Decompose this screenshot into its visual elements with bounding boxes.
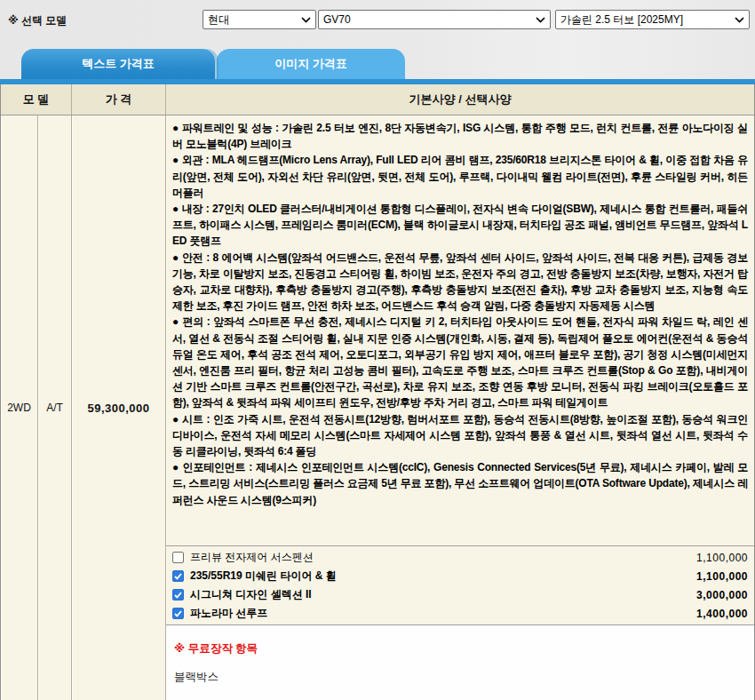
brand-select[interactable]: 현대 <box>203 10 316 29</box>
spec-text: ● 파워트레인 및 성능 : 가솔린 2.5 터보 엔진, 8단 자동변속기, … <box>166 115 754 545</box>
spec-bullet-seats: ● 시트 : 인조 가죽 시트, 운전석 전동시트(12방향, 럼버서포트 포함… <box>172 411 748 460</box>
transmission-cell: A/T <box>38 115 72 700</box>
chevron-down-icon <box>735 17 744 23</box>
drivetrain-cell: 2WD <box>1 115 38 700</box>
model-select-value: GV70 <box>323 13 532 26</box>
option-checkbox[interactable] <box>172 608 184 619</box>
option-label: 파노라마 선루프 <box>190 606 696 621</box>
tab-image-pricelist[interactable]: 이미지 가격표 <box>217 49 405 79</box>
option-row-panorama-sunroof[interactable]: 파노라마 선루프 1,400,000 <box>166 604 754 623</box>
chevron-down-icon <box>301 17 311 23</box>
free-items-title: ※ 무료장작 항목 <box>174 641 746 656</box>
chevron-down-icon <box>536 17 545 23</box>
trim-select[interactable]: 가솔린 2.5 터보 [2025MY] <box>555 10 750 29</box>
column-header-price: 가 격 <box>72 84 166 115</box>
trim-select-value: 가솔린 2.5 터보 [2025MY] <box>560 12 731 28</box>
brand-select-value: 현대 <box>208 12 298 28</box>
price-table: 모 델 가 격 기본사양 / 선택사양 2WD A/T 59,300,000 ●… <box>0 84 755 700</box>
spec-bullet-exterior: ● 외관 : MLA 헤드램프(Micro Lens Array), Full … <box>172 152 748 201</box>
tab-text-pricelist[interactable]: 텍스트 가격표 <box>21 49 215 79</box>
option-row-michelin-wheel[interactable]: 235/55R19 미쉐린 타이어 & 휠 1,100,000 <box>166 567 754 585</box>
table-header-row: 모 델 가 격 기본사양 / 선택사양 <box>1 84 754 115</box>
options-list: 프리뷰 전자제어 서스펜션 1,100,000 235/55R19 미쉐린 타이… <box>166 545 754 624</box>
model-select[interactable]: GV70 <box>318 10 551 29</box>
model-selector-label: ※ 선택 모델 <box>8 13 67 28</box>
option-price: 3,000,000 <box>696 589 748 601</box>
option-label: 프리뷰 전자제어 서스펜션 <box>190 550 696 565</box>
spec-bullet-convenience: ● 편의 : 앞좌석 스마트폰 무선 충전, 제네시스 디지털 키 2, 터치타… <box>172 314 748 410</box>
spec-bullet-safety: ● 안전 : 8 에어백 시스템(앞좌석 어드밴스드, 운전석 무릎, 앞좌석 … <box>172 250 748 314</box>
option-price: 1,100,000 <box>696 570 748 583</box>
option-row-signature-design[interactable]: 시그니쳐 디자인 셀렉션 II 3,000,000 <box>166 585 754 604</box>
column-header-spec: 기본사양 / 선택사양 <box>166 84 754 115</box>
pricelist-tabs: 텍스트 가격표 이미지 가격표 <box>0 49 755 79</box>
spec-cell: ● 파워트레인 및 성능 : 가솔린 2.5 터보 엔진, 8단 자동변속기, … <box>166 115 754 700</box>
option-checkbox[interactable] <box>172 570 184 582</box>
column-header-model: 모 델 <box>1 84 72 115</box>
option-label: 시그니쳐 디자인 셀렉션 II <box>190 587 696 602</box>
option-label: 235/55R19 미쉐린 타이어 & 휠 <box>190 569 696 584</box>
price-cell: 59,300,000 <box>72 115 166 700</box>
table-row: 2WD A/T 59,300,000 ● 파워트레인 및 성능 : 가솔린 2.… <box>1 115 754 700</box>
option-checkbox[interactable] <box>172 589 184 601</box>
spec-bullet-interior: ● 내장 : 27인치 OLED 클러스터/내비게이션 통합형 디스플레이, 전… <box>172 201 748 250</box>
model-selector-bar: ※ 선택 모델 현대 GV70 가솔린 2.5 터보 [2025MY] 텍스트 … <box>0 0 755 79</box>
option-price: 1,400,000 <box>696 608 748 620</box>
free-item: 블랙박스 <box>174 670 746 685</box>
spec-bullet-powertrain: ● 파워트레인 및 성능 : 가솔린 2.5 터보 엔진, 8단 자동변속기, … <box>172 120 748 152</box>
option-checkbox[interactable] <box>172 552 184 563</box>
option-price: 1,100,000 <box>696 552 748 564</box>
option-row-preview-suspension[interactable]: 프리뷰 전자제어 서스펜션 1,100,000 <box>166 548 754 567</box>
spec-bullet-infotainment: ● 인포테인먼트 : 제네시스 인포테인먼트 시스템(ccIC), Genesi… <box>172 459 748 508</box>
free-items-section: ※ 무료장작 항목 블랙박스 <box>166 624 754 700</box>
